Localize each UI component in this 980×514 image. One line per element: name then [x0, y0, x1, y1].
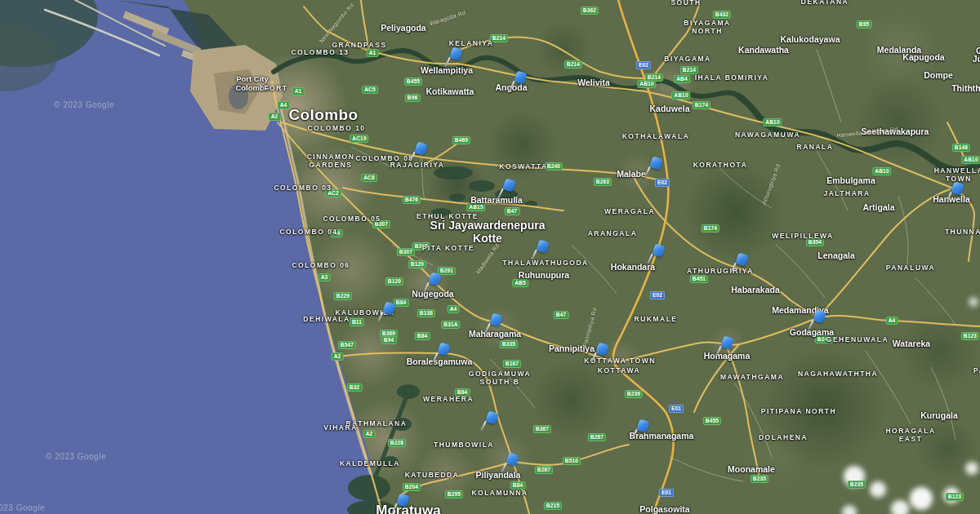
- town-label: Seethawakapura: [862, 126, 929, 136]
- expressway-route-badge: E02: [650, 291, 665, 299]
- road-name-label: Pannipitiya Rd: [581, 307, 598, 347]
- map-pin[interactable]: [483, 313, 504, 336]
- route-badge: AB4: [674, 75, 690, 83]
- route-badge: B215: [544, 502, 562, 510]
- town-label: Kotikawatta: [426, 86, 474, 96]
- google-watermark: © 2023 Google: [54, 100, 114, 109]
- area-label: COLOMBO 06: [292, 261, 350, 269]
- route-badge: B84: [455, 388, 470, 397]
- route-badge: AB10: [763, 118, 782, 126]
- map-annotations: ColomboSri Jayawardenepura KotteMoratuwa…: [0, 0, 980, 514]
- pin-head-icon: [735, 252, 749, 266]
- area-label: COLOMBO 13: [291, 48, 349, 56]
- town-label: Medalanda: [877, 45, 921, 55]
- route-badge: B451: [690, 275, 708, 283]
- area-label: FORT: [264, 84, 287, 92]
- pin-needle-icon: [423, 282, 429, 293]
- route-badge: B455: [703, 417, 721, 425]
- area-label: WERAGALA: [604, 207, 655, 215]
- area-label: NAGAHAWATHTHA: [798, 370, 878, 378]
- area-label: KOLAMUNNA: [471, 489, 528, 497]
- map-pin[interactable]: [408, 142, 429, 165]
- area-label: RUKMALE: [635, 315, 678, 323]
- route-badge: B362: [581, 7, 599, 15]
- map-pin[interactable]: [390, 494, 411, 514]
- route-badge: A1: [292, 87, 305, 95]
- city-label: Colombo: [288, 106, 358, 124]
- pin-needle-icon: [647, 254, 653, 264]
- city-label: Port City Colombo: [235, 74, 269, 93]
- route-badge: B235: [751, 475, 768, 483]
- road-name-label: New Negombo Rd: [318, 2, 355, 44]
- area-label: KALDEMULLA: [340, 459, 400, 467]
- pin-head-icon: [652, 243, 666, 257]
- route-badge: B239: [625, 390, 643, 398]
- area-label: MAWATHGAMA: [720, 373, 784, 381]
- map-pin[interactable]: [589, 343, 610, 366]
- google-watermark: © 2023 Google: [46, 452, 106, 461]
- route-badge: A4: [886, 317, 898, 325]
- town-label: Embulgama: [826, 175, 875, 185]
- map-pin[interactable]: [499, 453, 520, 476]
- route-badge: B235: [848, 481, 866, 489]
- expressway-route-badge: E01: [659, 489, 674, 497]
- area-label: THUNNANA: [945, 228, 980, 236]
- map-pin[interactable]: [421, 273, 443, 295]
- pin-needle-icon: [631, 429, 637, 440]
- route-badge: B214: [680, 66, 698, 74]
- pin-needle-icon: [480, 421, 486, 432]
- pin-head-icon: [396, 493, 410, 507]
- pin-needle-icon: [946, 192, 951, 202]
- route-badge: B307: [372, 220, 390, 228]
- map-canvas[interactable]: ColomboSri Jayawardenepura KotteMoratuwa…: [0, 0, 980, 514]
- area-label: SOUTH: [670, 0, 701, 7]
- map-pin[interactable]: [443, 47, 464, 70]
- area-label: CINNAMON GARDENS: [307, 153, 355, 169]
- map-pin[interactable]: [529, 240, 550, 263]
- route-badge: B240: [545, 162, 563, 171]
- pin-needle-icon: [409, 152, 415, 162]
- route-badge: B84: [415, 332, 430, 340]
- pin-head-icon: [636, 419, 650, 432]
- route-badge: B95: [857, 20, 872, 29]
- area-label: NAWAGAMUWA: [735, 131, 800, 139]
- map-pin[interactable]: [507, 71, 528, 94]
- route-badge: B267: [588, 433, 606, 441]
- town-label: Malabe: [617, 169, 646, 179]
- town-label: Kapugoda: [902, 52, 944, 62]
- pin-head-icon: [506, 452, 519, 466]
- pin-head-icon: [414, 141, 428, 155]
- pin-needle-icon: [644, 166, 650, 177]
- pin-needle-icon: [531, 250, 537, 260]
- route-badge: B96: [405, 94, 421, 102]
- map-pin[interactable]: [479, 411, 500, 434]
- map-pin[interactable]: [944, 182, 965, 205]
- town-label: Watareka: [893, 339, 930, 348]
- map-pin[interactable]: [430, 343, 452, 366]
- route-badge: B354: [806, 238, 824, 246]
- pin-head-icon: [813, 309, 826, 323]
- map-pin[interactable]: [630, 419, 651, 442]
- area-label: PANALUWA: [886, 264, 935, 272]
- route-badge: B365: [412, 242, 430, 250]
- route-badge: AB10: [637, 80, 656, 88]
- town-label: Pannipitiya: [549, 343, 595, 353]
- map-pin[interactable]: [496, 179, 517, 202]
- route-badge: B476: [403, 196, 421, 204]
- area-label: RANALA: [797, 143, 834, 151]
- map-pin[interactable]: [376, 302, 397, 325]
- map-pin[interactable]: [645, 244, 666, 267]
- route-badge: B120: [408, 260, 426, 268]
- route-badge: AC19: [350, 135, 368, 143]
- route-badge: AB10: [872, 167, 891, 175]
- map-pin[interactable]: [806, 310, 827, 333]
- pin-head-icon: [951, 181, 964, 195]
- route-badge: A4: [278, 101, 290, 109]
- area-label: KOTTAWA: [598, 366, 640, 374]
- pin-needle-icon: [377, 312, 383, 322]
- town-label: Habarakada: [731, 285, 780, 295]
- map-pin[interactable]: [643, 157, 664, 179]
- route-badge: AB10: [961, 156, 980, 164]
- map-pin[interactable]: [728, 253, 750, 276]
- map-pin[interactable]: [714, 336, 735, 359]
